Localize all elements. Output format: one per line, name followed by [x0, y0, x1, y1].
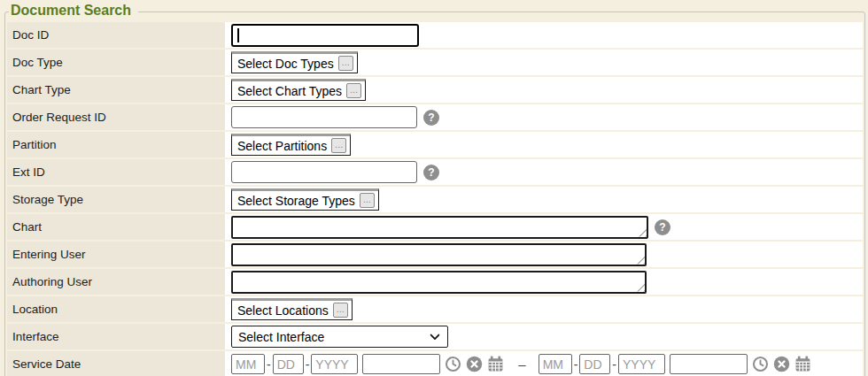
form-row-storage-type: Storage Type Select Storage Types ... [7, 187, 863, 212]
field-label-doc-id: Doc ID [7, 22, 225, 48]
to-month-input[interactable] [539, 354, 572, 374]
help-icon[interactable]: ? [655, 219, 670, 235]
field-label-service-date: Service Date [7, 351, 225, 376]
form-row-entering-user: Entering User [7, 242, 863, 267]
from-month-input[interactable] [231, 354, 265, 374]
from-time-input[interactable] [362, 354, 440, 374]
storage-type-picker[interactable]: Select Storage Types ... [231, 188, 379, 211]
field-label-partition: Partition [7, 132, 225, 157]
field-label-chart: Chart [7, 214, 225, 240]
form-row-ext-id: Ext ID ? [7, 159, 863, 185]
interface-select-value: Select Interface [238, 330, 324, 344]
date-separator: - [574, 357, 578, 372]
ellipsis-button[interactable]: ... [338, 56, 353, 71]
clear-icon[interactable] [466, 356, 483, 372]
doc-id-input-wrap [231, 24, 419, 47]
text-caret [237, 28, 239, 42]
clock-icon[interactable] [445, 356, 461, 372]
field-label-authoring-user: Authoring User [7, 269, 225, 295]
ellipsis-button[interactable]: ... [331, 138, 346, 153]
ext-id-input[interactable] [231, 161, 417, 183]
form-row-chart-type: Chart Type Select Chart Types ... [7, 77, 863, 103]
field-label-chart-type: Chart Type [7, 77, 225, 103]
form-row-doc-id: Doc ID [7, 22, 863, 48]
clear-icon[interactable] [773, 356, 790, 372]
ellipsis-button[interactable]: ... [333, 303, 348, 318]
field-label-doc-type: Doc Type [7, 50, 225, 75]
field-label-interface: Interface [7, 324, 225, 349]
picker-label: Select Storage Types [237, 194, 355, 208]
chart-textarea[interactable] [231, 216, 648, 239]
document-search-panel: Document Search Doc ID Doc Type Select D… [4, 3, 865, 376]
calendar-icon[interactable] [794, 356, 811, 372]
form-row-chart: Chart ? [7, 214, 863, 240]
entering-user-textarea[interactable] [231, 243, 647, 266]
form-row-doc-type: Doc Type Select Doc Types ... [7, 50, 863, 75]
picker-label: Select Locations [237, 303, 329, 318]
field-label-entering-user: Entering User [7, 242, 225, 267]
ellipsis-button[interactable]: ... [346, 83, 361, 98]
field-label-location: Location [7, 296, 225, 322]
clock-icon[interactable] [752, 356, 769, 372]
doc-type-picker[interactable]: Select Doc Types ... [231, 51, 358, 73]
date-separator: - [306, 357, 310, 372]
form-row-order-request-id: Order Request ID ? [7, 104, 863, 130]
date-separator: - [267, 357, 271, 372]
help-icon[interactable]: ? [423, 165, 439, 180]
range-separator: – [518, 357, 525, 372]
chart-type-picker[interactable]: Select Chart Types ... [231, 79, 366, 101]
form-row-partition: Partition Select Partitions ... [7, 132, 863, 157]
page-title: Document Search [9, 3, 138, 20]
field-label-ext-id: Ext ID [7, 159, 225, 185]
authoring-user-textarea[interactable] [231, 271, 647, 294]
field-label-order-request-id: Order Request ID [7, 104, 225, 130]
ellipsis-button[interactable]: ... [360, 193, 375, 208]
partition-picker[interactable]: Select Partitions ... [231, 134, 351, 156]
location-picker[interactable]: Select Locations ... [231, 298, 353, 320]
order-request-id-input[interactable] [231, 106, 417, 128]
to-time-input[interactable] [670, 354, 748, 374]
help-icon[interactable]: ? [423, 110, 439, 126]
from-day-input[interactable] [273, 354, 304, 374]
interface-select[interactable]: Select Interface [231, 326, 448, 348]
calendar-icon[interactable] [487, 356, 504, 372]
form-row-authoring-user: Authoring User [7, 269, 863, 295]
doc-id-input[interactable] [231, 24, 419, 47]
date-separator: - [612, 357, 616, 372]
form-row-interface: Interface Select Interface [7, 324, 863, 349]
picker-label: Select Partitions [237, 139, 327, 153]
picker-label: Select Doc Types [237, 57, 334, 71]
form-row-service-date: Service Date - - – [7, 351, 863, 376]
to-day-input[interactable] [579, 354, 610, 374]
from-year-input[interactable] [311, 354, 358, 374]
to-year-input[interactable] [618, 354, 665, 374]
chevron-down-icon [429, 331, 441, 343]
field-label-storage-type: Storage Type [7, 187, 225, 212]
picker-label: Select Chart Types [237, 84, 342, 98]
form-row-location: Location Select Locations ... [7, 296, 863, 322]
